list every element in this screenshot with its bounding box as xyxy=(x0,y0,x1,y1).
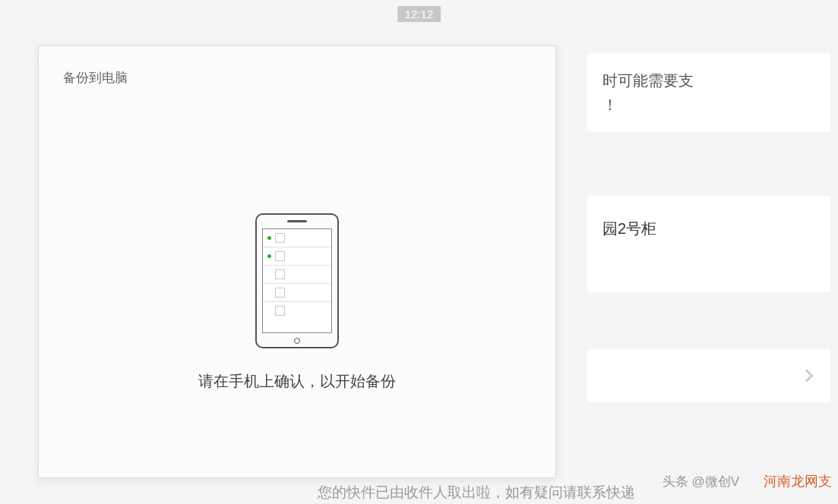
phone-list-row xyxy=(263,247,331,266)
empty-dot-icon xyxy=(267,291,271,295)
message-card-link-row[interactable] xyxy=(587,349,830,402)
green-dot-icon xyxy=(267,236,271,240)
modal-instruction-text: 请在手机上确认，以开始备份 xyxy=(198,371,396,392)
backup-modal: 备份到电脑 请在手机 xyxy=(38,46,556,478)
message-text-line3: 园2号柜 xyxy=(602,219,815,239)
square-icon xyxy=(275,269,285,279)
empty-dot-icon xyxy=(267,272,271,276)
modal-title: 备份到电脑 xyxy=(63,69,128,87)
phone-home-button-icon xyxy=(294,338,300,344)
phone-list-row xyxy=(263,229,331,247)
square-icon xyxy=(275,233,285,243)
watermark-text-orange: 河南龙网支 xyxy=(764,472,832,490)
message-text-line1: 时可能需要支 xyxy=(602,68,815,93)
chevron-right-icon xyxy=(801,370,814,383)
green-dot-icon xyxy=(267,254,271,258)
empty-dot-icon xyxy=(267,309,271,313)
watermark-text-gray: 头条 @微创V xyxy=(662,473,739,490)
message-card-fragment-middle: 园2号柜 xyxy=(587,196,830,292)
phone-illustration-icon xyxy=(255,213,339,348)
square-icon xyxy=(275,288,285,298)
notification-subtitle: 您的快件已由收件人取出啦，如有疑问请联系快递 xyxy=(318,483,635,502)
phone-speaker-icon xyxy=(287,220,307,222)
square-icon xyxy=(275,251,285,261)
square-icon xyxy=(275,306,285,316)
message-card-fragment-top: 时可能需要支 ！ xyxy=(587,53,830,132)
timestamp-badge: 12:12 xyxy=(397,6,441,22)
phone-list-row xyxy=(263,266,331,284)
phone-list-row xyxy=(263,284,331,302)
phone-list-row xyxy=(263,302,331,320)
phone-screen-icon xyxy=(262,228,332,333)
message-text-line2: ！ xyxy=(602,93,815,117)
